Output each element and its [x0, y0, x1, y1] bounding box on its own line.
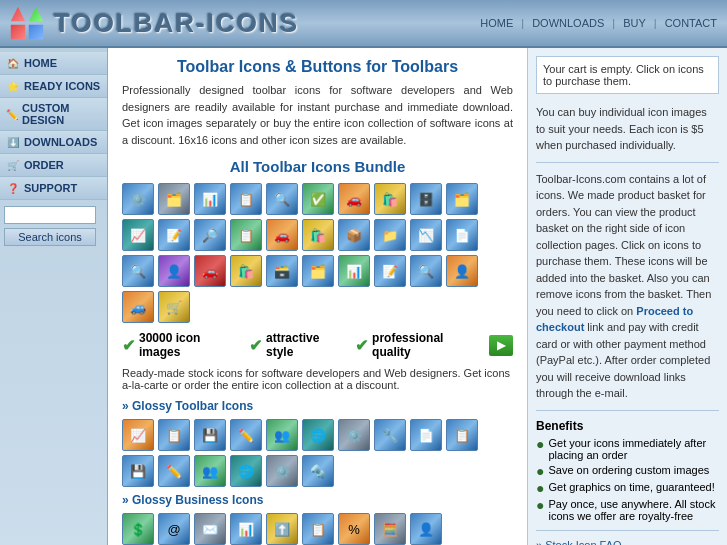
main-layout: 🏠 HOME ⭐ READY ICONS ✏️ CUSTOM DESIGN ⬇️… [0, 48, 727, 545]
nav-home[interactable]: HOME [480, 17, 513, 29]
site-logo: TOOLBAR-ICONS [54, 8, 299, 39]
icon-9[interactable]: 🗄️ [410, 183, 442, 215]
gt-icon-11[interactable]: 💾 [122, 455, 154, 487]
nav-contact[interactable]: CONTACT [665, 17, 717, 29]
icon-6[interactable]: ✅ [302, 183, 334, 215]
icon-1[interactable]: ⚙️ [122, 183, 154, 215]
icon-31[interactable]: 🚙 [122, 291, 154, 323]
stock-faq-link[interactable]: » Stock Icon FAQ [536, 539, 719, 546]
icon-21[interactable]: 🔍 [122, 255, 154, 287]
main-content: Toolbar Icons & Buttons for Toolbars Pro… [108, 48, 527, 545]
benefit-3: ● Get graphics on time, guaranteed! [536, 481, 719, 495]
sidebar-item-order[interactable]: 🛒 ORDER [0, 154, 107, 177]
icon-3[interactable]: 📊 [194, 183, 226, 215]
nav-downloads[interactable]: DOWNLOADS [532, 17, 604, 29]
icon-10[interactable]: 🗂️ [446, 183, 478, 215]
icon-29[interactable]: 🔍 [410, 255, 442, 287]
gt-icon-6[interactable]: 🌐 [302, 419, 334, 451]
header-nav: HOME | DOWNLOADS | BUY | CONTACT [480, 17, 717, 29]
icon-7[interactable]: 🚗 [338, 183, 370, 215]
icon-22[interactable]: 👤 [158, 255, 190, 287]
gt-icon-16[interactable]: 🔩 [302, 455, 334, 487]
icon-17[interactable]: 📦 [338, 219, 370, 251]
check-icon-3: ✔ [355, 336, 368, 355]
icon-5[interactable]: 🔍 [266, 183, 298, 215]
bundle-icon-grid: ⚙️ 🗂️ 📊 📋 🔍 ✅ 🚗 🛍️ 🗄️ 🗂️ 📈 📝 🔎 📋 🚗 🛍️ 📦 … [122, 183, 513, 323]
feature-count-label: 30000 icon images [139, 331, 239, 359]
gb-icon-4[interactable]: 📊 [230, 513, 262, 545]
search-button[interactable]: Search icons [4, 228, 96, 246]
sidebar-item-ready-icons[interactable]: ⭐ READY ICONS [0, 75, 107, 98]
page-description: Professionally designed toolbar icons fo… [122, 82, 513, 148]
gt-icon-15[interactable]: ⚙️ [266, 455, 298, 487]
sidebar-item-custom-design[interactable]: ✏️ CUSTOM DESIGN [0, 98, 107, 131]
gt-icon-14[interactable]: 🌐 [230, 455, 262, 487]
pencil-icon: ✏️ [6, 107, 18, 121]
gb-icon-3[interactable]: ✉️ [194, 513, 226, 545]
icon-27[interactable]: 📊 [338, 255, 370, 287]
benefits-title: Benefits [536, 419, 719, 433]
gt-icon-7[interactable]: ⚙️ [338, 419, 370, 451]
icon-23[interactable]: 🚗 [194, 255, 226, 287]
sidebar-label-order: ORDER [24, 159, 64, 171]
gt-icon-12[interactable]: ✏️ [158, 455, 190, 487]
cart-box: Your cart is empty. Click on icons to pu… [536, 56, 719, 94]
icon-2[interactable]: 🗂️ [158, 183, 190, 215]
sidebar-item-support[interactable]: ❓ SUPPORT [0, 177, 107, 200]
gt-icon-5[interactable]: 👥 [266, 419, 298, 451]
gb-icon-1[interactable]: 💲 [122, 513, 154, 545]
gb-icon-9[interactable]: 👤 [410, 513, 442, 545]
icon-18[interactable]: 📁 [374, 219, 406, 251]
gt-icon-9[interactable]: 📄 [410, 419, 442, 451]
icon-15[interactable]: 🚗 [266, 219, 298, 251]
benefit-1-text: Get your icons immediately after placing… [548, 437, 719, 461]
gb-icon-8[interactable]: 🧮 [374, 513, 406, 545]
sidebar-label-home: HOME [24, 57, 57, 69]
check-icon-1: ✔ [122, 336, 135, 355]
gt-icon-2[interactable]: 📋 [158, 419, 190, 451]
gb-icon-2[interactable]: @ [158, 513, 190, 545]
bullet-3: ● [536, 481, 544, 495]
gt-icon-4[interactable]: ✏️ [230, 419, 262, 451]
gt-icon-13[interactable]: 👥 [194, 455, 226, 487]
search-input[interactable] [4, 206, 96, 224]
gt-icon-3[interactable]: 💾 [194, 419, 226, 451]
header-icon-group [10, 6, 46, 40]
icon-30[interactable]: 👤 [446, 255, 478, 287]
icon-14[interactable]: 📋 [230, 219, 262, 251]
gt-icon-1[interactable]: 📈 [122, 419, 154, 451]
nav-buy[interactable]: BUY [623, 17, 646, 29]
sidebar-label-support: SUPPORT [24, 182, 77, 194]
icon-16[interactable]: 🛍️ [302, 219, 334, 251]
gb-icon-5[interactable]: ⬆️ [266, 513, 298, 545]
glossy-toolbar-link[interactable]: » Glossy Toolbar Icons [122, 399, 513, 413]
header-icon-4 [28, 24, 44, 40]
gt-icon-10[interactable]: 📋 [446, 419, 478, 451]
gb-icon-7[interactable]: % [338, 513, 370, 545]
right-sidebar: Your cart is empty. Click on icons to pu… [527, 48, 727, 545]
icon-32[interactable]: 🛒 [158, 291, 190, 323]
icon-4[interactable]: 📋 [230, 183, 262, 215]
icon-8[interactable]: 🛍️ [374, 183, 406, 215]
bullet-2: ● [536, 464, 544, 478]
feature-style-label: attractive style [266, 331, 345, 359]
buy-button[interactable]: ▶ [489, 335, 513, 356]
icon-25[interactable]: 🗃️ [266, 255, 298, 287]
icon-19[interactable]: 📉 [410, 219, 442, 251]
gt-icon-8[interactable]: 🔧 [374, 419, 406, 451]
icon-20[interactable]: 📄 [446, 219, 478, 251]
icon-12[interactable]: 📝 [158, 219, 190, 251]
gb-icon-6[interactable]: 📋 [302, 513, 334, 545]
icon-13[interactable]: 🔎 [194, 219, 226, 251]
icon-24[interactable]: 🛍️ [230, 255, 262, 287]
home-icon: 🏠 [6, 56, 20, 70]
glossy-business-link[interactable]: » Glossy Business Icons [122, 493, 513, 507]
site-header: TOOLBAR-ICONS HOME | DOWNLOADS | BUY | C… [0, 0, 727, 48]
icon-28[interactable]: 📝 [374, 255, 406, 287]
sidebar-item-downloads[interactable]: ⬇️ DOWNLOADS [0, 131, 107, 154]
icon-11[interactable]: 📈 [122, 219, 154, 251]
sidebar-item-home[interactable]: 🏠 HOME [0, 52, 107, 75]
bundle-title: All Toolbar Icons Bundle [122, 158, 513, 175]
icon-26[interactable]: 🗂️ [302, 255, 334, 287]
content-area: Toolbar Icons & Buttons for Toolbars Pro… [108, 48, 727, 545]
